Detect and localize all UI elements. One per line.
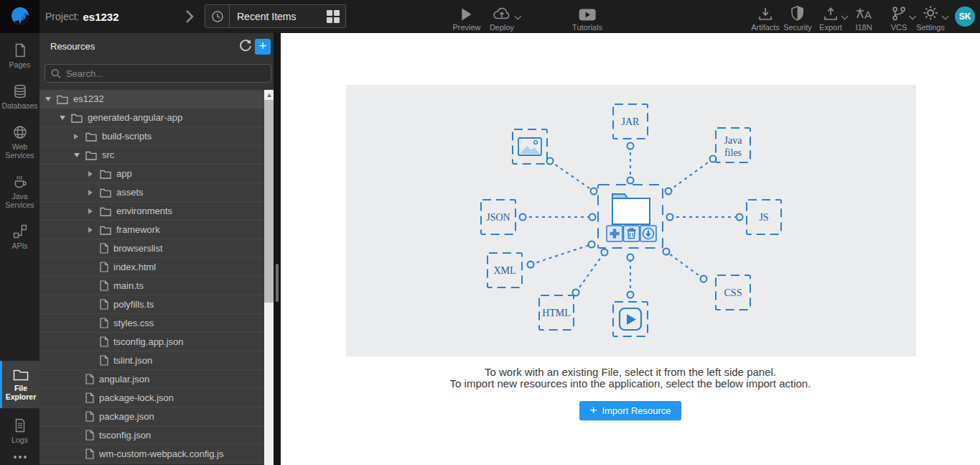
sidebar-item-file-explorer[interactable]: File Explorer bbox=[0, 361, 39, 408]
tree-item-file[interactable]: styles.css bbox=[39, 314, 264, 333]
scrollbar-thumb[interactable] bbox=[264, 100, 274, 303]
caret-right-icon[interactable] bbox=[88, 208, 100, 214]
i18n-button[interactable]: A I18N bbox=[855, 5, 872, 32]
sidebar-item-databases[interactable]: Databases bbox=[0, 80, 39, 114]
chevron-down-icon bbox=[910, 13, 917, 20]
tree-item-file[interactable]: browserslist bbox=[39, 239, 264, 258]
tree-item-folder[interactable]: build-scripts bbox=[39, 127, 264, 146]
file-icon bbox=[100, 243, 108, 254]
tree-item-file[interactable]: index.html bbox=[39, 258, 264, 277]
preview-button[interactable]: Preview bbox=[452, 5, 480, 32]
export-button[interactable]: Export bbox=[819, 5, 842, 32]
caret-right-icon[interactable] bbox=[88, 227, 100, 233]
caret-down-icon[interactable] bbox=[60, 116, 71, 120]
more-options-icon[interactable] bbox=[0, 448, 39, 465]
file-icon bbox=[85, 392, 94, 403]
tree-item-file[interactable]: tslint.json bbox=[39, 351, 264, 370]
folder-icon bbox=[612, 194, 650, 224]
tree-item-file[interactable]: polyfills.ts bbox=[39, 295, 264, 314]
tree-item-file[interactable]: package-lock.json bbox=[39, 389, 264, 408]
coffee-cup-icon bbox=[13, 175, 27, 189]
chevron-down-icon bbox=[515, 13, 522, 20]
tree-item-folder[interactable]: es1232 bbox=[39, 90, 264, 109]
svg-text:CSS: CSS bbox=[724, 287, 742, 298]
wavemaker-logo[interactable] bbox=[0, 0, 39, 33]
caret-right-icon[interactable] bbox=[88, 190, 100, 195]
folder-icon bbox=[85, 150, 97, 160]
tree-item-file[interactable]: tsconfig.app.json bbox=[39, 333, 264, 351]
settings-button[interactable]: Settings bbox=[916, 5, 945, 32]
jar-box: JAR bbox=[613, 104, 648, 139]
file-icon bbox=[85, 430, 94, 441]
tree-item-folder[interactable]: app bbox=[39, 165, 264, 183]
tree-item-file[interactable]: package.json bbox=[39, 408, 264, 426]
security-button[interactable]: Security bbox=[783, 5, 812, 32]
tutorials-button[interactable]: Tutorials bbox=[572, 5, 602, 32]
scrollbar-thumb[interactable] bbox=[276, 264, 279, 302]
vcs-button[interactable]: VCS bbox=[891, 5, 907, 32]
file-icon bbox=[85, 374, 94, 385]
html-box: HTML bbox=[539, 295, 574, 330]
history-icon bbox=[205, 5, 230, 27]
grid-view-icon[interactable] bbox=[327, 10, 340, 23]
tree-scrollbar[interactable] bbox=[264, 90, 274, 465]
file-icon bbox=[85, 448, 94, 459]
upload-tray-icon bbox=[823, 5, 838, 21]
folder-icon bbox=[100, 225, 111, 235]
caret-right-icon[interactable] bbox=[74, 134, 85, 139]
download-circle-icon bbox=[640, 226, 656, 241]
folder-icon bbox=[100, 188, 111, 198]
svg-text:Java: Java bbox=[724, 135, 743, 146]
caret-down-icon[interactable] bbox=[74, 153, 85, 157]
project-name: es1232 bbox=[83, 11, 118, 23]
tree-item-folder[interactable]: environments bbox=[39, 202, 264, 221]
caret-right-icon[interactable] bbox=[88, 171, 100, 177]
chevron-right-icon[interactable] bbox=[185, 9, 194, 24]
tree-item-file[interactable]: wm-custom-webpack.config.js bbox=[39, 445, 264, 464]
globe-icon bbox=[13, 125, 27, 139]
tree-item-folder[interactable]: src bbox=[39, 146, 264, 165]
git-branch-icon bbox=[892, 5, 906, 21]
tree-item-file[interactable]: angular.json bbox=[39, 370, 264, 389]
file-icon bbox=[100, 262, 108, 272]
logo-wave-icon bbox=[9, 6, 31, 27]
recent-items-dropdown[interactable]: Recent Items bbox=[205, 4, 346, 28]
sidebar-item-pages[interactable]: Pages bbox=[0, 39, 39, 73]
svg-text:XML: XML bbox=[493, 265, 515, 276]
tree-item-file[interactable]: main.ts bbox=[39, 277, 264, 295]
tree-item-folder[interactable]: generated-angular-app bbox=[39, 109, 264, 127]
svg-text:files: files bbox=[724, 147, 742, 158]
folder-icon bbox=[13, 368, 29, 381]
image-icon bbox=[518, 138, 541, 155]
deploy-button[interactable]: Deploy bbox=[490, 5, 514, 32]
search-box[interactable] bbox=[45, 64, 271, 83]
top-bar: Project: es1232 Recent Items Preview Dep… bbox=[0, 0, 980, 33]
tree-item-folder[interactable]: framework bbox=[39, 221, 264, 239]
scroll-up-arrow[interactable] bbox=[264, 90, 274, 100]
database-icon bbox=[13, 84, 27, 98]
search-input[interactable] bbox=[66, 68, 265, 79]
tree-item-file[interactable]: tsconfig.json bbox=[39, 426, 264, 445]
file-tree: es1232 generated-angular-app build-scrip… bbox=[39, 90, 264, 465]
sidebar-item-web-services[interactable]: Web Services bbox=[0, 121, 39, 164]
svg-text:A: A bbox=[864, 9, 872, 21]
chevron-down-icon bbox=[841, 13, 849, 20]
file-icon bbox=[100, 299, 108, 310]
folder-icon bbox=[85, 132, 97, 142]
artifacts-button[interactable]: Artifacts bbox=[751, 5, 780, 32]
sidebar-item-java-services[interactable]: Java Services bbox=[0, 170, 39, 213]
import-resource-button[interactable]: + Import Resource bbox=[579, 401, 681, 420]
sidebar-item-apis[interactable]: APIs bbox=[0, 220, 39, 254]
page-icon bbox=[13, 43, 27, 57]
sidebar-item-logs[interactable]: Logs bbox=[0, 414, 39, 448]
caret-down-icon[interactable] bbox=[45, 97, 57, 101]
panel-scrollbar[interactable] bbox=[274, 33, 281, 465]
refresh-icon[interactable] bbox=[238, 39, 253, 53]
tree-item-folder[interactable]: assets bbox=[39, 183, 264, 202]
plus-icon: + bbox=[589, 404, 597, 416]
video-play-icon bbox=[620, 308, 641, 330]
user-avatar[interactable]: SK bbox=[955, 6, 975, 27]
instruction-line-1: To work with an existing File, select it… bbox=[281, 367, 980, 378]
project-title: Project: es1232 bbox=[45, 0, 119, 33]
add-resource-button[interactable] bbox=[255, 39, 271, 55]
